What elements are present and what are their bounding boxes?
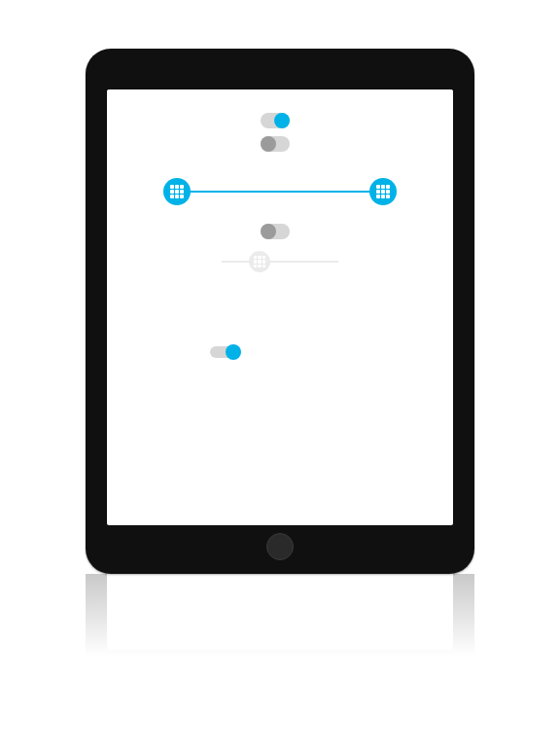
toggle-question-fade[interactable] xyxy=(261,224,290,239)
reflection xyxy=(86,574,474,691)
wind-speed-range xyxy=(163,177,397,206)
setting-question-fade xyxy=(261,224,299,239)
reflection-fade xyxy=(86,574,474,691)
setting-allow-tailwind xyxy=(261,136,299,152)
app-screen xyxy=(107,89,453,525)
home-button[interactable] xyxy=(266,533,294,560)
grip-icon xyxy=(170,185,184,198)
grip-icon xyxy=(254,256,265,267)
toggle-allow-tailwind[interactable] xyxy=(261,136,290,152)
tablet-frame xyxy=(86,49,474,574)
fade-slider xyxy=(222,249,338,274)
toggle-method-1[interactable] xyxy=(210,346,239,358)
fade-slider-handle[interactable] xyxy=(249,251,270,272)
fade-seconds-group xyxy=(222,247,338,274)
wind-speed-min-handle[interactable] xyxy=(163,178,191,205)
grip-icon xyxy=(376,185,390,198)
toggle-visual-representation[interactable] xyxy=(261,113,290,128)
wind-speed-max-handle[interactable] xyxy=(369,178,397,205)
device-stage xyxy=(86,49,474,574)
direction-sinus-table xyxy=(154,313,406,317)
range-track-line xyxy=(177,191,383,193)
setting-visual-representation xyxy=(261,113,299,128)
calc-block xyxy=(154,296,406,298)
